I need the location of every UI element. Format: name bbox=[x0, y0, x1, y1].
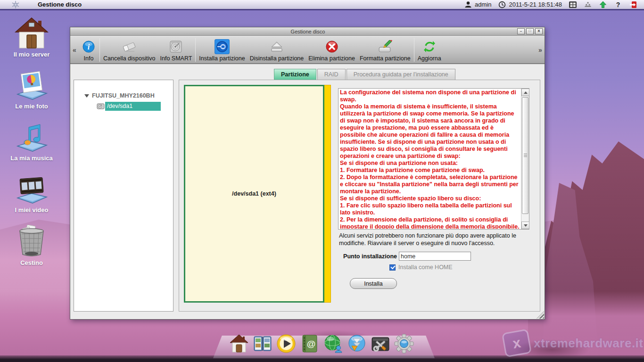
toolbar-separator bbox=[195, 38, 196, 62]
info-icon: i bbox=[81, 39, 96, 54]
disk-management-window: Gestione disco – □ X « i Info Cancella d… bbox=[70, 27, 545, 320]
dock-network-globe-icon[interactable] bbox=[323, 331, 343, 354]
dock-photo-album-icon[interactable] bbox=[253, 331, 272, 354]
toolbar: « i Info Cancella dispositivo Info SMART bbox=[70, 36, 545, 64]
desktop-icon-server[interactable]: Il mio server bbox=[7, 17, 56, 58]
house-icon bbox=[15, 17, 49, 49]
toolbar-label: Info SMART bbox=[160, 55, 192, 62]
tree-device-node[interactable]: FUJITSU_MHY2160BH bbox=[84, 92, 173, 99]
mount-point-label: Punto installazione bbox=[335, 253, 397, 260]
toolbar-format-partition-button[interactable]: Formatta partizione bbox=[357, 37, 413, 63]
desktop-icon-label: Il mio server bbox=[7, 51, 56, 58]
desktop-icon-label: Cestino bbox=[7, 259, 56, 266]
format-icon bbox=[378, 39, 393, 54]
close-button[interactable]: X bbox=[535, 28, 543, 34]
desktop-icon-music[interactable]: La mia musica bbox=[7, 122, 56, 162]
disk-icon bbox=[97, 103, 105, 110]
maximize-button[interactable]: □ bbox=[526, 28, 534, 34]
device-name: FUJITSU_MHY2160BH bbox=[92, 92, 155, 99]
desktop-icon-videos[interactable]: I miei video bbox=[7, 173, 56, 214]
user-menu[interactable]: admin bbox=[464, 0, 491, 9]
partition-content-panel: /dev/sda1 (ext4) La configurazione del s… bbox=[179, 80, 540, 312]
datetime: 2011-5-21 18:51:48 bbox=[509, 1, 562, 8]
clock-icon bbox=[498, 0, 506, 9]
app-title: Gestione disco bbox=[38, 1, 82, 8]
partition-name-selected: /dev/sda1 bbox=[105, 102, 161, 111]
tab-partizione[interactable]: Partizione bbox=[274, 69, 316, 80]
tree-expand-caret-icon[interactable] bbox=[84, 94, 89, 98]
install-home-row: Installa come HOME bbox=[389, 264, 453, 271]
toolbar-scroll-left[interactable]: « bbox=[70, 46, 79, 54]
toolbar-refresh-button[interactable]: Aggiorna bbox=[415, 37, 444, 63]
user-icon bbox=[464, 0, 472, 9]
window-resize-grip[interactable] bbox=[537, 311, 544, 319]
tree-partition-node[interactable]: /dev/sda1 bbox=[97, 102, 173, 111]
scroll-up-button[interactable] bbox=[521, 89, 529, 96]
desktop-icon-photos[interactable]: Le mie foto bbox=[7, 70, 56, 110]
clock-area: 2011-5-21 18:51:48 bbox=[498, 0, 562, 9]
scrollbar[interactable] bbox=[521, 89, 529, 229]
dock-disk-tools-icon[interactable] bbox=[371, 331, 390, 354]
system-logo-icon[interactable] bbox=[11, 0, 20, 9]
window-grid-icon[interactable] bbox=[569, 0, 577, 9]
smart-disk-icon bbox=[168, 39, 183, 54]
dock-settings-gear-icon[interactable] bbox=[394, 331, 414, 354]
toolbar-label: Installa partizione bbox=[199, 55, 245, 62]
photos-icon bbox=[15, 70, 49, 101]
toolbar-delete-partition-button[interactable]: Elimina partizione bbox=[306, 37, 357, 63]
dock-download-icon[interactable] bbox=[347, 331, 367, 354]
eraser-icon bbox=[122, 39, 137, 54]
desktop-icon-label: I miei video bbox=[7, 206, 56, 214]
toolbar-smart-info-button[interactable]: Info SMART bbox=[157, 37, 194, 63]
install-home-checkbox[interactable] bbox=[389, 264, 396, 271]
dock: @ bbox=[229, 331, 414, 354]
dock-media-player-icon[interactable] bbox=[276, 331, 296, 354]
toolbar-label: Aggiorna bbox=[418, 55, 441, 62]
toolbar-scroll-right[interactable]: » bbox=[536, 46, 545, 54]
svg-text:@: @ bbox=[307, 339, 316, 349]
mount-partition-icon bbox=[215, 39, 230, 54]
video-icon bbox=[15, 173, 49, 205]
dock-address-book-icon[interactable]: @ bbox=[300, 331, 320, 354]
install-home-label: Installa come HOME bbox=[398, 264, 453, 271]
delete-icon bbox=[324, 39, 339, 54]
toolbar-label: Elimina partizione bbox=[308, 55, 355, 62]
desktop-icon-label: Le mie foto bbox=[7, 103, 56, 110]
tab-raid[interactable]: RAID bbox=[317, 69, 346, 80]
mount-point-input[interactable] bbox=[399, 252, 471, 261]
top-menu-bar: Gestione disco admin 2011-5-21 18:51:48 … bbox=[0, 0, 644, 10]
svg-text:i: i bbox=[88, 43, 90, 51]
trash-icon bbox=[16, 224, 47, 257]
services-notice-text: Alcuni servizi potrebbero non funzionare… bbox=[339, 232, 534, 247]
window-titlebar[interactable]: Gestione disco – □ X bbox=[70, 27, 545, 36]
partition-block-label: /dev/sda1 (ext4) bbox=[232, 190, 276, 197]
tab-bar: Partizione RAID Procedura guidata per l'… bbox=[274, 69, 456, 80]
watermark-text: xtremehardware.it bbox=[534, 336, 643, 351]
stack-icon[interactable] bbox=[584, 0, 592, 9]
dock-home-icon[interactable] bbox=[229, 331, 249, 354]
desktop-icon-trash[interactable]: Cestino bbox=[7, 224, 56, 266]
desktop-icon-label: La mia musica bbox=[7, 155, 56, 162]
free-space-strip[interactable] bbox=[324, 85, 331, 303]
tab-install-wizard[interactable]: Procedura guidata per l'installazione bbox=[347, 69, 455, 80]
partition-map: /dev/sda1 (ext4) bbox=[184, 85, 331, 303]
install-button[interactable]: Installa bbox=[350, 278, 397, 289]
toolbar-mount-partition-button[interactable]: Installa partizione bbox=[197, 37, 247, 63]
toolbar-unmount-partition-button[interactable]: Disinstalla partizione bbox=[248, 37, 306, 63]
toolbar-label: Cancella dispositivo bbox=[103, 55, 155, 62]
toolbar-label: Formatta partizione bbox=[360, 55, 411, 62]
window-title: Gestione disco bbox=[99, 29, 517, 34]
refresh-icon bbox=[422, 39, 437, 54]
toolbar-info-button[interactable]: i Info bbox=[79, 37, 99, 63]
help-icon[interactable]: ? bbox=[614, 0, 622, 9]
toolbar-separator bbox=[414, 38, 414, 62]
scrollbar-thumb[interactable] bbox=[522, 97, 528, 214]
scroll-down-button[interactable] bbox=[521, 222, 529, 229]
up-arrow-icon[interactable] bbox=[599, 0, 607, 9]
watermark-logo-icon: x bbox=[502, 329, 532, 358]
toolbar-erase-device-button[interactable]: Cancella dispositivo bbox=[101, 37, 157, 63]
minimize-button[interactable]: – bbox=[517, 28, 525, 34]
logout-icon[interactable] bbox=[629, 0, 637, 9]
partition-block-sda1[interactable]: /dev/sda1 (ext4) bbox=[184, 85, 324, 303]
swap-warning-text: La configurazione del sistema non dispon… bbox=[340, 89, 520, 229]
